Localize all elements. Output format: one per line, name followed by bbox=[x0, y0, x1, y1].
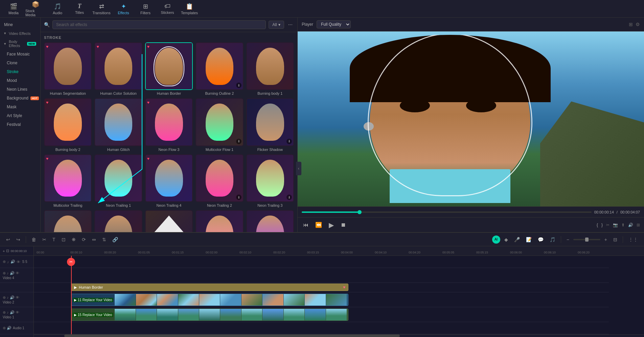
track5-music-icon[interactable]: ♪ bbox=[7, 260, 9, 264]
filter-button[interactable]: All ▾ bbox=[269, 21, 284, 29]
progress-track[interactable] bbox=[302, 211, 592, 213]
quality-select[interactable]: Full Quality Half Quality bbox=[317, 20, 351, 28]
effect-burning-body1[interactable]: Burning body 1 bbox=[246, 42, 294, 95]
toolbar-media[interactable]: 🎬 Media bbox=[3, 1, 24, 16]
sidebar-festival[interactable]: Festival bbox=[0, 120, 40, 129]
rewind-button[interactable]: ⏮ bbox=[302, 221, 310, 229]
redo-button[interactable]: ↪ bbox=[14, 235, 22, 244]
fit-timeline-button[interactable]: ⊟ bbox=[611, 235, 619, 244]
effect-human-color[interactable]: ♥ Human Color Solution bbox=[94, 42, 142, 95]
toolbar-transitions[interactable]: ⇄ Transitions bbox=[91, 1, 112, 16]
effect-human-segmentation[interactable]: ♥ Human Segmentation bbox=[44, 42, 92, 95]
video1-eye-icon[interactable]: 👁 bbox=[16, 310, 19, 314]
text-button[interactable]: T bbox=[50, 235, 58, 244]
effect-afterimage4[interactable]: Afterimage 4 bbox=[94, 210, 142, 232]
toolbar-effects[interactable]: ✦ Effects bbox=[113, 1, 134, 16]
video2-eye-icon[interactable]: 👁 bbox=[16, 295, 19, 299]
fit-button[interactable]: ⊡ bbox=[6, 249, 9, 253]
toolbar-filters[interactable]: ⊞ Filters bbox=[135, 1, 156, 16]
zoom-in-button[interactable]: + bbox=[602, 235, 609, 244]
sidebar-mask[interactable]: Mask bbox=[0, 103, 40, 111]
audio-track-button[interactable]: 🎵 bbox=[548, 235, 557, 244]
sidebar-item-mine[interactable]: Mine bbox=[0, 20, 40, 29]
timeline-tracks-area[interactable]: 00:00 00:00:10 00:00:20 00:01:05 00:01:1… bbox=[34, 246, 644, 337]
more-options-button[interactable]: ··· bbox=[287, 20, 294, 29]
sidebar-mood[interactable]: Mood bbox=[0, 76, 40, 85]
sidebar-body-effects[interactable]: ▾ Body Effects NEW bbox=[0, 38, 40, 50]
crop-button[interactable]: ⊡ bbox=[60, 235, 68, 244]
effect-multicolor-trailing[interactable]: ♥ Multicolor Trailing bbox=[44, 154, 92, 207]
keyframe-button[interactable]: ◆ bbox=[502, 235, 510, 244]
track5-eye-icon[interactable]: 👁 bbox=[17, 260, 20, 264]
play-button[interactable]: ▶ bbox=[327, 220, 335, 230]
screenshot-icon[interactable]: 📷 bbox=[613, 223, 618, 227]
video4-music-icon[interactable]: ♪ bbox=[7, 271, 9, 275]
video1-vol-icon[interactable]: 🔊 bbox=[10, 310, 15, 315]
fullscreen-icon[interactable]: ⊞ bbox=[629, 22, 633, 27]
export-icon[interactable]: ⬆ bbox=[621, 223, 625, 227]
stop-button[interactable]: ⏹ bbox=[339, 221, 347, 229]
effect-neon-flow4[interactable]: ⬇ Neon Flow 4 bbox=[246, 210, 294, 232]
progress-thumb[interactable] bbox=[358, 210, 362, 214]
settings-icon[interactable]: ⚙ bbox=[636, 22, 640, 27]
effect-burning-body2[interactable]: ♥ Burning body 2 bbox=[44, 98, 92, 151]
mic-button[interactable]: 🎤 bbox=[512, 235, 522, 244]
collapse-panel-button[interactable]: ‹ bbox=[296, 162, 301, 175]
zoom-slider[interactable] bbox=[573, 239, 600, 240]
scrollbar-thumb[interactable] bbox=[64, 335, 400, 337]
audio1-add-icon[interactable]: ⊕ bbox=[3, 326, 6, 330]
effect-multicolor-flow1[interactable]: ⬇ Multicolor Flow 1 bbox=[196, 98, 243, 151]
video1-add-icon[interactable]: ⊕ bbox=[3, 310, 6, 315]
sidebar-clone[interactable]: Clone bbox=[0, 59, 40, 67]
sidebar-neon-lines[interactable]: Neon Lines bbox=[0, 85, 40, 94]
video2-vol-icon[interactable]: 🔊 bbox=[10, 295, 15, 300]
swap-button[interactable]: ⇅ bbox=[100, 235, 108, 244]
effect-neon-flow3[interactable]: ♥ Neon Flow 3 bbox=[145, 98, 193, 151]
more-effects-button[interactable]: ❋ bbox=[70, 235, 78, 244]
delete-button[interactable]: 🗑 bbox=[29, 235, 38, 244]
sidebar-face-mosaic[interactable]: Face Mosaic bbox=[0, 50, 40, 59]
track5-vol-icon[interactable]: 🔊 bbox=[10, 260, 15, 264]
effect-flicker-shadow[interactable]: ⬇ Flicker Shadow bbox=[246, 98, 294, 151]
more-timeline-options[interactable]: ⋮⋮ bbox=[626, 235, 640, 244]
zoom-out-button[interactable]: − bbox=[565, 235, 571, 244]
caption-button[interactable]: 📝 bbox=[524, 235, 534, 244]
video4-eye-icon[interactable]: 👁 bbox=[16, 271, 19, 275]
curve-button[interactable]: ⟳ bbox=[80, 235, 88, 244]
effect-human-glitch[interactable]: Human Glitch bbox=[94, 98, 142, 151]
undo-button[interactable]: ↩ bbox=[4, 235, 12, 244]
step-back-button[interactable]: ⏪ bbox=[314, 220, 323, 229]
toolbar-stock-media[interactable]: 📦 Stock Media bbox=[25, 1, 46, 16]
track5-add-icon[interactable]: ⊕ bbox=[3, 260, 6, 264]
volume-icon[interactable]: 🔊 bbox=[628, 223, 633, 227]
effect-neon-flow1[interactable]: ⬇ Neon Flow 1 bbox=[196, 210, 243, 232]
human-border-clip[interactable]: ▶ Human Border ♥ bbox=[71, 284, 348, 291]
cut-point-marker[interactable]: ✂ bbox=[67, 258, 75, 266]
bracket-right-icon[interactable]: } bbox=[601, 223, 603, 227]
video1-clip[interactable]: ▶ 15 Replace Your Video bbox=[71, 309, 348, 321]
toolbar-audio[interactable]: 🎵 Audio bbox=[47, 1, 68, 16]
effect-figure-glare[interactable]: Figure Glare bbox=[145, 210, 193, 232]
link-button[interactable]: 🔗 bbox=[110, 235, 120, 244]
search-input[interactable] bbox=[52, 20, 266, 29]
grid-icon[interactable]: ⊞ bbox=[637, 223, 640, 227]
subtitle-button[interactable]: 💬 bbox=[536, 235, 546, 244]
effect-neon-trailing2[interactable]: ⬇ Neon Trailing 2 bbox=[196, 154, 243, 207]
effect-neon-trailing4[interactable]: ♥ Neon Trailing 4 bbox=[145, 154, 193, 207]
cut-icon[interactable]: ✂ bbox=[606, 223, 610, 227]
cut-timeline-button[interactable]: ✂ bbox=[40, 235, 48, 244]
effect-neon-trailing1[interactable]: Neon Trailing 1 bbox=[94, 154, 142, 207]
toolbar-titles[interactable]: T Titles bbox=[69, 1, 90, 16]
toolbar-templates[interactable]: 📋 Templates bbox=[179, 1, 200, 16]
transform-button[interactable]: ⇔ bbox=[90, 235, 98, 244]
sidebar-background[interactable]: Background HOT bbox=[0, 94, 40, 103]
video4-vol-icon[interactable]: 🔊 bbox=[10, 271, 15, 275]
sidebar-video-effects[interactable]: ▾ Video Effects bbox=[0, 29, 40, 38]
video4-add-icon[interactable]: ⊕ bbox=[3, 271, 6, 275]
sidebar-stroke[interactable]: Stroke bbox=[0, 67, 40, 76]
audio1-vol-icon[interactable]: 🔊 bbox=[7, 326, 12, 330]
sidebar-art-style[interactable]: Art Style bbox=[0, 111, 40, 120]
ai-button[interactable]: AI bbox=[492, 235, 500, 244]
video1-music-icon[interactable]: ♪ bbox=[7, 310, 9, 314]
video2-clip[interactable]: ▶ 11 Replace Your Video bbox=[71, 294, 348, 306]
